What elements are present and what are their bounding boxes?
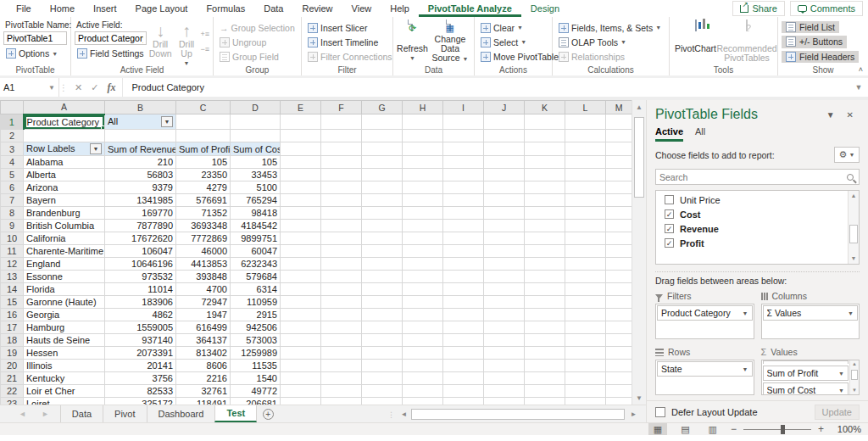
cell[interactable] [443,156,484,169]
cell[interactable] [321,142,362,156]
cell[interactable] [606,207,632,220]
cell[interactable] [403,194,443,207]
cell[interactable] [484,156,525,169]
row-header-2[interactable]: 2 [1,130,24,142]
cell[interactable] [403,398,443,405]
expand-field-button[interactable]: +≡ [200,30,209,38]
zone-item-sum-of-profit[interactable]: Sum of Profit▼ [763,366,849,381]
defer-layout-checkbox[interactable] [655,407,665,417]
cell-revenue[interactable]: 11014 [105,283,176,296]
cell[interactable] [484,347,525,360]
cell-revenue[interactable]: 210 [105,156,176,169]
cell[interactable] [403,347,443,360]
cell-cost[interactable]: 11535 [231,360,281,372]
field-item-unit-price[interactable]: Unit Price [665,193,848,207]
pivotchart-button[interactable]: PivotChart [673,20,718,64]
cell[interactable] [565,296,606,309]
cell[interactable] [525,169,565,181]
cell[interactable] [321,309,362,321]
cell[interactable] [362,360,403,372]
sheet-tab-data[interactable]: Data [60,405,103,422]
field-checkbox[interactable]: ✓ [665,238,674,248]
cell-revenue[interactable]: 10646196 [105,258,176,271]
cell[interactable] [525,232,565,245]
cell-revenue[interactable]: 1559005 [105,321,176,334]
sheet-nav-right-icon[interactable]: ► [42,410,49,418]
cell[interactable] [484,385,525,398]
cell[interactable] [525,207,565,220]
insert-timeline-button[interactable]: Insert Timeline [305,36,395,48]
scroll-down-icon[interactable]: ▼ [632,391,646,405]
row-header-13[interactable]: 13 [1,271,24,283]
ribbon-tab-help[interactable]: Help [381,0,419,17]
cell-state[interactable]: Essonne [24,271,105,283]
cell-state[interactable]: Brandenburg [24,207,105,220]
cell[interactable] [403,181,443,194]
cell-profit[interactable]: 364137 [176,334,231,347]
cell[interactable] [565,142,606,156]
cell[interactable] [525,347,565,360]
cell[interactable] [321,360,362,372]
select-all-corner[interactable] [1,101,24,114]
cell[interactable] [484,258,525,271]
cell-profit[interactable]: 71352 [176,207,231,220]
ribbon-tab-view[interactable]: View [342,0,381,17]
group-selection-button[interactable]: → Group Selection [217,21,298,34]
cell[interactable] [606,114,632,130]
sheet-tab-dashboard[interactable]: Dashboard [147,405,216,422]
cell-state[interactable]: Georgia [24,309,105,321]
scroll-right-icon[interactable]: ► [628,408,639,421]
cell[interactable] [176,130,231,142]
field-list-toggle[interactable]: Field List [782,21,839,33]
cell[interactable] [281,245,321,258]
column-header-J[interactable]: J [484,101,525,114]
refresh-button[interactable]: ⟳ Refresh▼ [397,20,428,64]
cell-state[interactable]: England [24,258,105,271]
ribbon-tab-file[interactable]: File [7,0,41,17]
cell[interactable] [606,142,632,156]
change-data-source-button[interactable]: ▦ Change Data Source ▼ [430,20,470,64]
cell-state[interactable]: Hessen [24,347,105,360]
cell[interactable] [362,245,403,258]
cell[interactable] [525,258,565,271]
cell-profit[interactable]: 3693348 [176,220,231,232]
cell-cost[interactable]: 105 [231,156,281,169]
cell-revenue[interactable]: 7877890 [105,220,176,232]
cell[interactable] [606,347,632,360]
zone-item-product-category[interactable]: Product Category▼ [657,305,753,321]
insert-function-icon[interactable]: fx [107,81,115,94]
row-header-9[interactable]: 9 [1,220,24,232]
cell-profit[interactable]: 4279 [176,181,231,194]
cell-cost[interactable]: 765294 [231,194,281,207]
field-headers-toggle[interactable]: Field Headers [782,51,859,63]
tools-gear-button[interactable]: ⚙▼ [834,147,860,163]
cell[interactable] [281,321,321,334]
ribbon-tab-design[interactable]: Design [521,0,569,17]
cell[interactable] [484,309,525,321]
pane-tab-active[interactable]: Active [655,126,683,142]
name-box[interactable]: A1 ▼ [0,78,59,97]
cell[interactable] [565,398,606,405]
cell[interactable] [281,398,321,405]
drill-down-button[interactable]: ↓ Drill Down [148,20,173,64]
cell[interactable] [281,372,321,385]
column-header-D[interactable]: D [231,101,281,114]
row-labels-filter-icon[interactable]: ▼ [90,143,102,154]
values-scroll-down-icon[interactable]: ▼ [850,387,859,394]
cell[interactable] [321,372,362,385]
share-button[interactable]: Share [732,1,784,16]
cell-profit[interactable]: 2216 [176,372,231,385]
cell-state[interactable]: Illinois [24,360,105,372]
cell[interactable] [281,207,321,220]
pane-close-icon[interactable]: ✕ [841,110,860,120]
cell[interactable] [565,385,606,398]
cell[interactable] [403,220,443,232]
cell[interactable] [484,130,525,142]
cell[interactable] [321,271,362,283]
cell-profit[interactable]: 576691 [176,194,231,207]
field-checkbox[interactable] [665,195,674,204]
drill-up-button[interactable]: ↑ Drill Up▼ [175,20,199,64]
cell[interactable] [443,245,484,258]
cell[interactable] [606,385,632,398]
cell-state[interactable]: Alberta [24,169,105,181]
